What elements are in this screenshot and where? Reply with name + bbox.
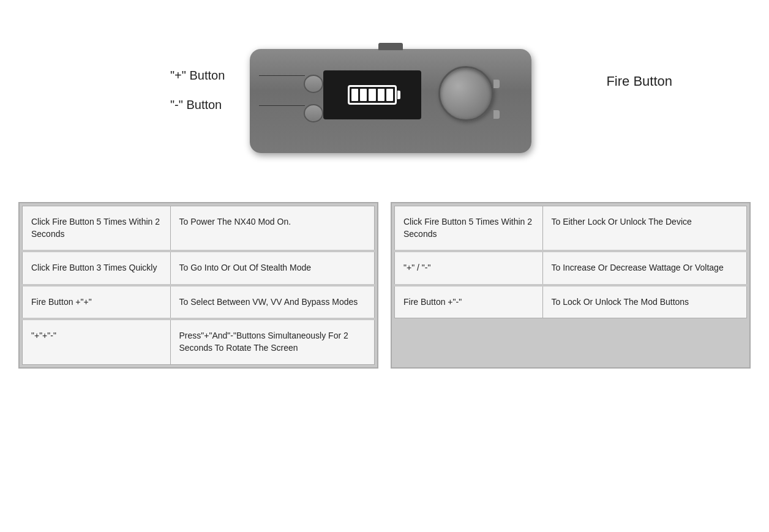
device-section: "+" Button "-" Button — [0, 0, 769, 196]
right-nub-bottom — [493, 110, 500, 119]
action-cell: "+" / "-" — [395, 251, 543, 285]
right-table: Click Fire Button 5 Times Within 2 Secon… — [394, 206, 747, 318]
result-cell: Press"+"And"-"Buttons Simultaneously For… — [170, 319, 375, 364]
table-row: "+" / "-" To Increase Or Decrease Wattag… — [395, 251, 747, 285]
table-row: Click Fire Button 5 Times Within 2 Secon… — [23, 206, 375, 252]
minus-button-label: "-" Button — [170, 98, 222, 112]
battery-display — [348, 85, 397, 105]
battery-bar-3 — [369, 89, 375, 101]
battery-icon — [348, 85, 397, 105]
action-cell: Click Fire Button 5 Times Within 2 Secon… — [395, 206, 543, 252]
action-cell: "+"+"-" — [23, 319, 171, 364]
table-row: Click Fire Button 3 Times Quickly To Go … — [23, 251, 375, 285]
action-cell: Fire Button +"+" — [23, 285, 171, 320]
table-row: Click Fire Button 5 Times Within 2 Secon… — [395, 206, 747, 252]
left-table: Click Fire Button 5 Times Within 2 Secon… — [22, 206, 375, 365]
fire-button-label: Fire Button — [606, 73, 672, 89]
right-nub-top — [493, 80, 500, 88]
action-cell: Fire Button +"-" — [395, 285, 543, 318]
plus-connector-line — [259, 75, 305, 76]
tables-section: Click Fire Button 5 Times Within 2 Secon… — [0, 196, 769, 381]
battery-bar-5 — [386, 89, 393, 101]
table-row: Fire Button +"+" To Select Between VW, V… — [23, 285, 375, 320]
left-table-container: Click Fire Button 5 Times Within 2 Secon… — [18, 202, 378, 369]
mod-body — [250, 49, 531, 153]
result-cell: To Lock Or Unlock The Mod Buttons — [542, 285, 747, 318]
minus-connector-line — [259, 105, 305, 106]
battery-bar-2 — [360, 89, 367, 101]
battery-bar-1 — [351, 89, 358, 101]
plus-button-label: "+" Button — [170, 69, 225, 83]
result-cell: To Either Lock Or Unlock The Device — [542, 206, 747, 252]
device-diagram: "+" Button "-" Button — [170, 37, 599, 171]
battery-bar-4 — [378, 89, 384, 101]
mod-screen — [323, 70, 421, 119]
action-cell: Click Fire Button 3 Times Quickly — [23, 251, 171, 285]
table-row: "+"+"-" Press"+"And"-"Buttons Simultaneo… — [23, 319, 375, 364]
result-cell: To Power The NX40 Mod On. — [170, 206, 375, 252]
fire-button[interactable] — [438, 66, 493, 121]
table-row: Fire Button +"-" To Lock Or Unlock The M… — [395, 285, 747, 318]
result-cell: To Increase Or Decrease Wattage Or Volta… — [542, 251, 747, 285]
right-table-container: Click Fire Button 5 Times Within 2 Secon… — [391, 202, 751, 369]
plus-button[interactable] — [304, 75, 323, 93]
action-cell: Click Fire Button 5 Times Within 2 Secon… — [23, 206, 171, 252]
result-cell: To Go Into Or Out Of Stealth Mode — [170, 251, 375, 285]
result-cell: To Select Between VW, VV And Bypass Mode… — [170, 285, 375, 320]
minus-button[interactable] — [304, 104, 323, 122]
